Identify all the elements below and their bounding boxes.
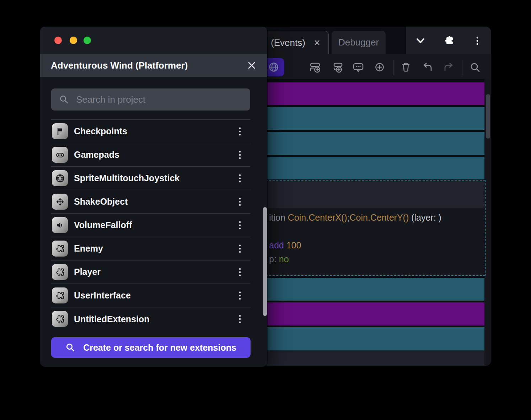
extension-label: VolumeFalloff <box>74 220 132 230</box>
code-token: (layer: ) <box>409 212 441 222</box>
extension-list-item[interactable]: SpriteMultitouchJoystick <box>51 167 251 190</box>
kebab-menu-icon[interactable] <box>235 126 245 137</box>
extension-list-item[interactable]: UntitledExtension <box>51 307 251 331</box>
joystick-icon <box>52 170 68 186</box>
extension-label: SpriteMultitouchJoystick <box>74 173 179 183</box>
extension-list: CheckpointsGamepadsSpriteMultitouchJoyst… <box>51 119 251 331</box>
kebab-menu-icon[interactable] <box>235 173 245 184</box>
kebab-menu-icon[interactable] <box>235 149 245 161</box>
event-row-teal[interactable] <box>262 327 484 350</box>
code-token: Coin.CenterX() <box>288 212 347 222</box>
search-input[interactable] <box>76 94 244 105</box>
toolbar-separator <box>393 60 393 75</box>
events-toolbar <box>262 54 491 79</box>
extension-label: Enemy <box>74 243 103 254</box>
page-title: Adventurous Wind (Platformer) <box>51 60 188 71</box>
selected-event[interactable]: ition Coin.CenterX();Coin.CenterY() (lay… <box>262 180 486 276</box>
event-condition-area <box>263 181 485 208</box>
extension-label: Gamepads <box>74 150 119 160</box>
extension-list-item[interactable]: ShakeObject <box>51 190 251 214</box>
code-token: Coin.CenterY() <box>350 212 409 222</box>
dialog-header: Adventurous Wind (Platformer) <box>40 54 267 77</box>
puzzle-icon <box>52 241 68 257</box>
kebab-menu-icon[interactable] <box>235 266 245 278</box>
search-icon <box>59 95 69 104</box>
extension-label: Player <box>74 267 101 277</box>
extension-label: UntitledExtension <box>74 314 150 324</box>
extension-list-item[interactable]: Checkpoints <box>51 120 251 143</box>
code-token: ; <box>347 212 350 222</box>
puzzle-icon <box>52 287 68 303</box>
events-sheet: ition Coin.CenterX();Coin.CenterY() (lay… <box>262 79 491 366</box>
speaker-icon <box>52 217 68 233</box>
minimize-traffic-light[interactable] <box>70 37 77 44</box>
code-token: add <box>269 240 286 250</box>
create-extension-label: Create or search for new extensions <box>83 343 236 353</box>
puzzle-icon <box>52 311 68 327</box>
extension-list-item[interactable]: Gamepads <box>51 143 251 167</box>
extensions-icon[interactable] <box>441 33 457 49</box>
kebab-menu-icon[interactable] <box>235 196 245 208</box>
create-extension-button[interactable]: Create or search for new extensions <box>51 337 251 358</box>
add-event-icon[interactable] <box>308 60 323 75</box>
gamepad-icon <box>52 147 68 163</box>
event-code-line1: ition Coin.CenterX();Coin.CenterY() (lay… <box>269 212 441 223</box>
event-row-teal[interactable] <box>262 278 484 301</box>
add-comment-icon[interactable] <box>351 60 366 75</box>
code-token: p: <box>269 254 279 264</box>
tab-events-label: (Events) <box>271 37 305 48</box>
tab-debugger[interactable]: Debugger <box>332 31 386 54</box>
event-row-teal[interactable] <box>262 107 484 130</box>
event-code-line2: add 100 <box>269 240 301 251</box>
events-footer-area <box>262 350 484 366</box>
event-row-teal[interactable] <box>262 157 484 179</box>
undo-icon[interactable] <box>420 60 435 75</box>
kebab-menu-icon[interactable] <box>470 33 485 49</box>
redo-icon[interactable] <box>441 60 456 75</box>
tab-events[interactable]: (Events) <box>263 31 329 54</box>
toolbar-separator <box>462 60 462 75</box>
zoom-traffic-light[interactable] <box>84 37 91 44</box>
kebab-menu-icon[interactable] <box>235 290 245 301</box>
event-row-purple[interactable] <box>262 82 484 105</box>
kebab-menu-icon[interactable] <box>235 220 245 231</box>
extension-list-item[interactable]: Enemy <box>51 237 251 260</box>
search-icon <box>65 343 75 352</box>
extension-label: UserInterface <box>74 290 131 301</box>
tab-debugger-label: Debugger <box>338 37 379 48</box>
scrollbar-thumb[interactable] <box>263 207 267 316</box>
close-icon[interactable] <box>314 39 320 46</box>
tabbar-right-controls <box>406 27 491 54</box>
event-row-purple[interactable] <box>262 302 484 325</box>
search-icon[interactable] <box>468 60 483 75</box>
kebab-menu-icon[interactable] <box>235 313 245 325</box>
add-circle-icon[interactable] <box>372 60 387 75</box>
extension-list-item[interactable]: VolumeFalloff <box>51 214 251 237</box>
editor-window: (Events) Debugger ition Coin.CenterX();C… <box>262 27 491 366</box>
project-manager-dialog: Adventurous Wind (Platformer) Checkpoint… <box>40 27 267 367</box>
event-code-line3: p: no <box>269 254 289 265</box>
trash-icon[interactable] <box>398 60 413 75</box>
chevron-down-icon[interactable] <box>413 33 428 49</box>
globe-icon <box>267 60 280 74</box>
code-token: 100 <box>286 240 301 250</box>
event-row-teal[interactable] <box>262 132 484 155</box>
extension-list-item[interactable]: Player <box>51 260 251 284</box>
desktop: (Events) Debugger ition Coin.CenterX();C… <box>0 0 531 420</box>
code-token: no <box>279 254 289 264</box>
close-icon[interactable] <box>247 60 257 70</box>
add-subevent-icon[interactable] <box>330 60 345 75</box>
code-token: ition <box>269 212 288 222</box>
search-box <box>51 88 250 111</box>
tab-bar: (Events) Debugger <box>262 27 491 54</box>
dialog-titlebar <box>40 27 267 54</box>
move-icon <box>52 194 68 210</box>
scrollbar-thumb[interactable] <box>486 94 490 139</box>
flag-icon <box>52 123 68 139</box>
extension-label: ShakeObject <box>74 196 128 207</box>
extension-list-item[interactable]: UserInterface <box>51 284 251 307</box>
extension-label: Checkpoints <box>74 126 127 136</box>
puzzle-icon <box>52 264 68 280</box>
close-traffic-light[interactable] <box>54 37 62 44</box>
kebab-menu-icon[interactable] <box>235 243 245 254</box>
